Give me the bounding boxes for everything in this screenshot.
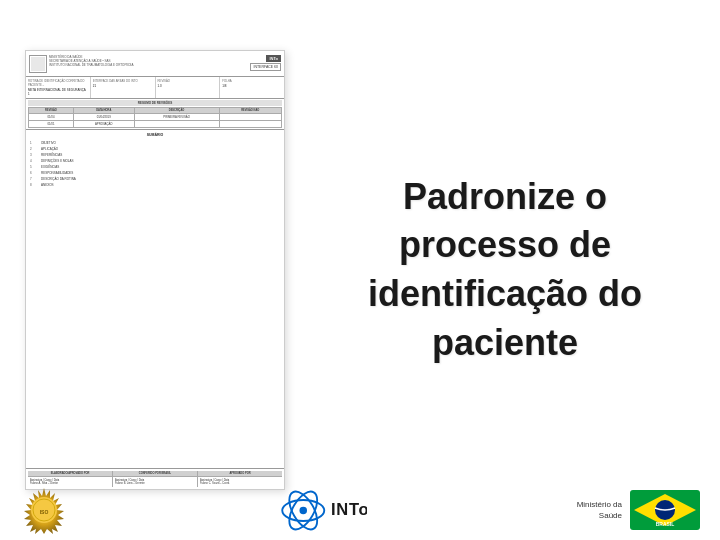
left-panel: MINISTÉRIO DA SAÚDE SECRETARIA DE ATENÇÃ… xyxy=(0,0,310,540)
main-text: Padronize o processo de identificação do… xyxy=(368,173,642,367)
brasil-logo-icon: BRASIL xyxy=(630,490,700,530)
doc-revision-table: RESUMO DE REVISÕES REVISÃO DATA/HORA DES… xyxy=(26,99,284,130)
doc-header-text: MINISTÉRIO DA SAÚDE SECRETARIA DE ATENÇÃ… xyxy=(49,55,219,68)
right-panel: Padronize o processo de identificação do… xyxy=(310,0,720,540)
main-text-line2: processo de xyxy=(368,221,642,270)
svg-text:BRASIL: BRASIL xyxy=(656,521,675,527)
svg-text:ISO: ISO xyxy=(40,509,49,515)
svg-point-7 xyxy=(300,506,308,514)
ministerio-text: Ministério da Saúde xyxy=(577,499,622,521)
main-text-line3: identificação do xyxy=(368,270,642,319)
main-text-line1: Padronize o xyxy=(368,173,642,222)
interface-label: INTERFACE 60 xyxy=(250,63,281,71)
doc-sumario: SUMÁRIO 1 OBJETIVO 2 APLICAÇÃO 3 REFERÊN… xyxy=(26,130,284,469)
doc-field-revisao: REVISÃO 1.0 xyxy=(156,77,221,98)
doc-header: MINISTÉRIO DA SAÚDE SECRETARIA DE ATENÇÃ… xyxy=(26,51,284,77)
sumario-title: SUMÁRIO xyxy=(30,133,280,137)
sumario-item-2: 2 APLICAÇÃO xyxy=(30,147,280,151)
doc-fields-row: ROTINA DE IDENTIFICAÇÃO CORRETA DO PACIE… xyxy=(26,77,284,99)
sumario-item-8: 8 ANEXOS xyxy=(30,183,280,187)
document-preview: MINISTÉRIO DA SAÚDE SECRETARIA DE ATENÇÃ… xyxy=(25,50,285,490)
page-container: MINISTÉRIO DA SAÚDE SECRETARIA DE ATENÇÃ… xyxy=(0,0,720,540)
doc-field-interface: Interface das Áreas do INTO 21 xyxy=(91,77,156,98)
main-text-line4: paciente xyxy=(368,319,642,368)
into-logo-icon: INTo xyxy=(277,488,367,533)
doc-field-rotina: ROTINA DE IDENTIFICAÇÃO CORRETA DO PACIE… xyxy=(26,77,91,98)
sumario-item-7: 7 DESCRIÇÃO DA ROTINA xyxy=(30,177,280,181)
svg-text:INTo: INTo xyxy=(331,500,367,518)
sumario-item-4: 4 DEFINIÇÕES E MOLAS xyxy=(30,159,280,163)
revision-row-1: 01/04 01/04/2019 PRIMEIRA REVISÃO xyxy=(29,113,282,120)
revision-row-2: 01/01 APROVAÇÃO xyxy=(29,120,282,127)
into-logo-container: INTo xyxy=(68,488,577,533)
ministry-line3: INSTITUTO NACIONAL DE TRAUMATOLOGIA E OR… xyxy=(49,63,219,67)
into-badge: INTo xyxy=(266,55,281,62)
saude-label: Saúde xyxy=(577,510,622,521)
doc-header-right: INTo INTERFACE 60 xyxy=(221,55,281,71)
ministry-logo xyxy=(31,57,45,71)
sumario-item-1: 1 OBJETIVO xyxy=(30,141,280,145)
gold-seal-icon: ISO xyxy=(20,486,68,534)
doc-field-folha: FOLHA 1/8 xyxy=(220,77,284,98)
sumario-item-5: 5 EXIGÊNCIAS xyxy=(30,165,280,169)
revision-title: RESUMO DE REVISÕES xyxy=(28,100,282,106)
sumario-item-3: 3 REFERÊNCIAS xyxy=(30,153,280,157)
bottom-table-header: ELABORADO/APROVADO POR CONFERIDO POR BRA… xyxy=(28,471,282,476)
footer: ISO INTo Ministério da Saúde xyxy=(0,480,720,540)
ministry-logo-box xyxy=(29,55,47,73)
sumario-item-6: 6 RESPONSABILIDADES xyxy=(30,171,280,175)
revision-table: REVISÃO DATA/HORA DESCRIÇÃO REVISÃO NAO … xyxy=(28,107,282,128)
brasil-container: Ministério da Saúde BRASIL xyxy=(577,490,700,530)
ministerio-label: Ministério da xyxy=(577,499,622,510)
